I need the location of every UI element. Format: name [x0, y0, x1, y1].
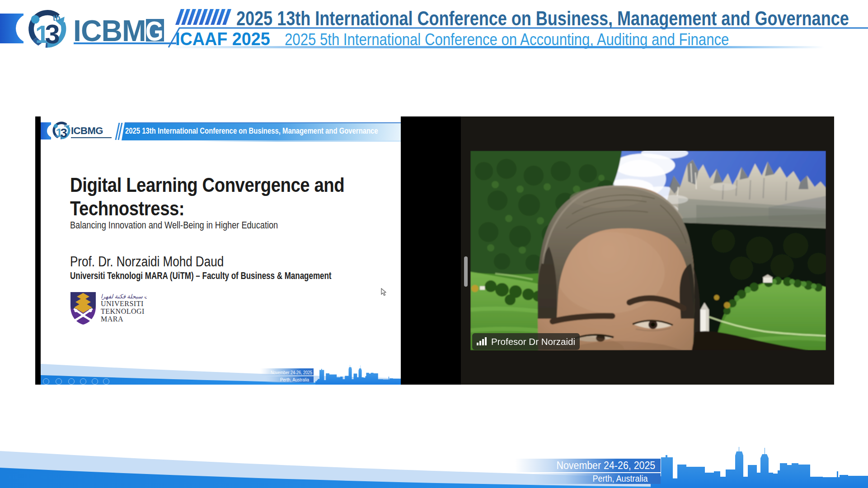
svg-text:Perth, Australia: Perth, Australia	[280, 377, 310, 382]
svg-text:لاينفث سبحلة فكنة لفهرا: لاينفث سبحلة فكنة لفهرا	[101, 293, 147, 300]
svg-text:November 24-26, 2025: November 24-26, 2025	[271, 370, 312, 375]
svg-text:UNIVERSITI: UNIVERSITI	[101, 300, 144, 307]
svg-text:Profesor Dr Norzaidi: Profesor Dr Norzaidi	[491, 337, 575, 347]
svg-text:MARA: MARA	[101, 315, 123, 323]
svg-text:TEKNOLOGI: TEKNOLOGI	[101, 307, 145, 315]
